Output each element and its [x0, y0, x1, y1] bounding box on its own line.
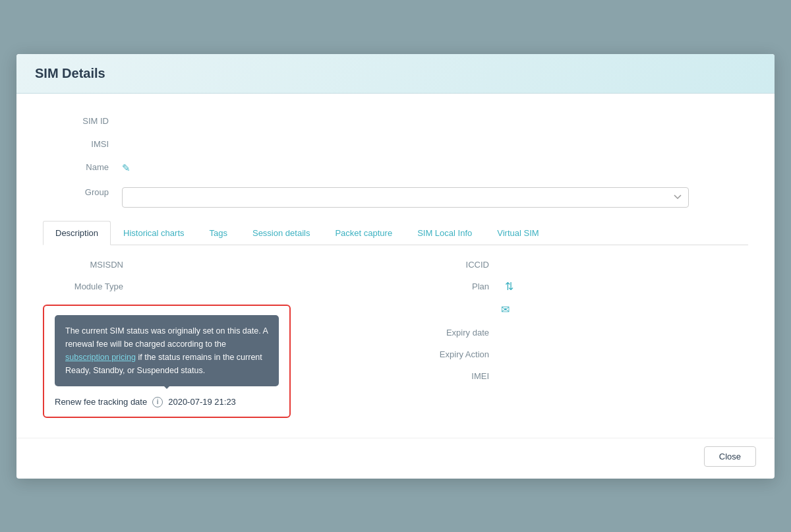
expiry-action-label: Expiry Action [409, 348, 501, 359]
expiry-date-label: Expiry date [409, 326, 501, 338]
modal-footer: Close [16, 438, 775, 479]
iccid-label: ICCID [409, 258, 501, 270]
module-type-row: Module Type [43, 280, 382, 291]
tooltip-link[interactable]: subscription pricing [65, 353, 136, 362]
sim-id-value [122, 109, 748, 133]
imsi-label: IMSI [43, 133, 122, 156]
modal-body: SIM ID IMSI Name ✎ Group [16, 94, 775, 438]
tooltip-text-part1: The current SIM status was originally se… [65, 326, 268, 349]
renew-fee-label: Renew fee tracking date [55, 397, 147, 407]
group-label: Group [43, 181, 122, 214]
tab-packet-capture[interactable]: Packet capture [322, 221, 405, 245]
modal-header: SIM Details [16, 54, 775, 94]
tab-tags[interactable]: Tags [197, 221, 240, 245]
tooltip-content: The current SIM status was originally se… [55, 315, 279, 386]
plan-label: Plan [409, 280, 501, 291]
desc-left-section: MSISDN Module Type The current SIM statu [43, 258, 382, 418]
edit-icon[interactable]: ✎ [122, 162, 131, 174]
desc-right-section: ICCID Plan ⇅ ✉ [409, 258, 748, 418]
msisdn-row: MSISDN [43, 258, 382, 270]
expiry-date-row: Expiry date [409, 326, 748, 338]
envelope-row: ✉ [409, 303, 748, 316]
tooltip-highlight-box: The current SIM status was originally se… [43, 305, 291, 418]
renew-fee-date: 2020-07-19 21:23 [168, 397, 236, 407]
renew-fee-row: Renew fee tracking date i 2020-07-19 21:… [55, 394, 279, 407]
tab-description[interactable]: Description [43, 221, 111, 245]
imsi-value [122, 133, 748, 156]
plan-value: ⇅ [501, 280, 748, 293]
imei-row: IMEI [409, 370, 748, 381]
name-value: ✎ [122, 156, 748, 181]
tab-historical-charts[interactable]: Historical charts [111, 221, 196, 245]
modal-title: SIM Details [35, 66, 105, 80]
msisdn-label: MSISDN [43, 258, 135, 270]
description-grid: MSISDN Module Type The current SIM statu [43, 258, 748, 418]
envelope-spacer [409, 303, 501, 305]
sim-details-modal: SIM Details SIM ID IMSI Name ✎ Group [16, 54, 775, 479]
info-icon[interactable]: i [152, 397, 163, 407]
plan-row: Plan ⇅ [409, 280, 748, 293]
sim-id-label: SIM ID [43, 109, 122, 133]
sort-icon[interactable]: ⇅ [505, 281, 513, 292]
tabs-container: Description Historical charts Tags Sessi… [43, 221, 748, 245]
tab-session-details[interactable]: Session details [240, 221, 322, 245]
sim-info-grid: SIM ID IMSI Name ✎ Group [43, 109, 748, 214]
modal-overlay: SIM Details SIM ID IMSI Name ✎ Group [0, 0, 791, 532]
module-type-label: Module Type [43, 280, 135, 291]
iccid-row: ICCID [409, 258, 748, 270]
group-select[interactable] [122, 187, 689, 208]
imei-label: IMEI [409, 370, 501, 381]
tab-sim-local-info[interactable]: SIM Local Info [405, 221, 484, 245]
close-button[interactable]: Close [704, 446, 756, 467]
tab-content-description: MSISDN Module Type The current SIM statu [43, 245, 748, 425]
tab-virtual-sim[interactable]: Virtual SIM [484, 221, 551, 245]
expiry-action-row: Expiry Action [409, 348, 748, 359]
name-label: Name [43, 156, 122, 181]
envelope-icon[interactable]: ✉ [501, 303, 510, 316]
group-value [122, 181, 748, 214]
